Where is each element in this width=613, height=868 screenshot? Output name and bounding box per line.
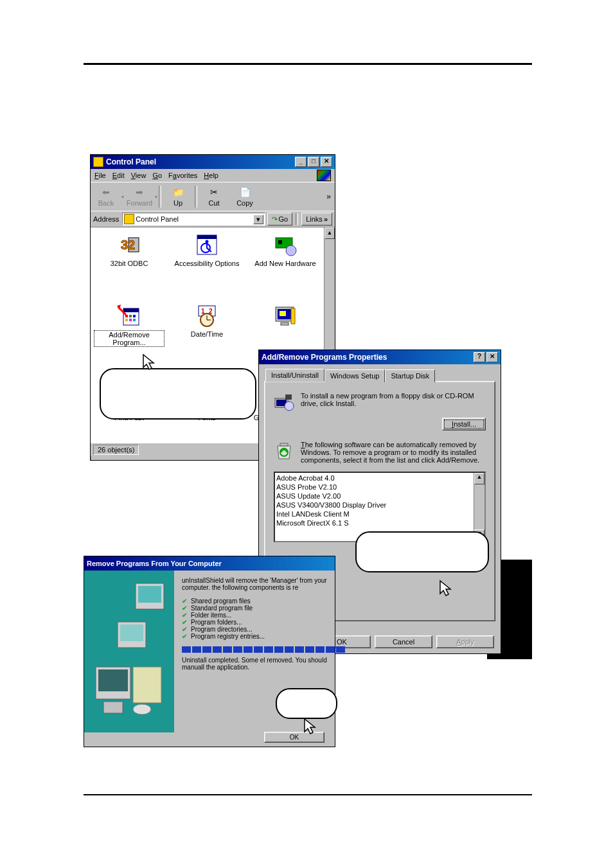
bottom-rule: [84, 794, 532, 795]
menu-view[interactable]: View: [131, 172, 147, 179]
control-panel-icon: [93, 157, 103, 167]
callout-bubble-2: [355, 531, 489, 572]
svg-rect-27: [281, 323, 289, 325]
svg-rect-12: [129, 315, 132, 317]
menu-favorites[interactable]: Favorites: [168, 172, 197, 179]
icon-32bit-odbc[interactable]: 32 32bit ODBC: [94, 234, 164, 267]
minimize-button[interactable]: _: [295, 157, 306, 167]
top-rule: [84, 63, 532, 65]
toolbar: ⬅Back ▾ ➡Forward ▾ 📁Up ✂Cut 📄Copy »: [91, 182, 335, 211]
step: ✔Folder items...: [182, 612, 345, 619]
tab-windows-setup[interactable]: Windows Setup: [324, 369, 385, 382]
svg-point-45: [133, 704, 151, 714]
icon-accessibility[interactable]: Accessibility Options: [172, 234, 242, 267]
close-button[interactable]: ✕: [321, 157, 332, 167]
check-icon: ✔: [182, 612, 187, 619]
copy-icon: 📄: [238, 186, 252, 198]
svg-marker-29: [143, 355, 154, 369]
forward-arrow-icon: ➡: [132, 186, 147, 198]
menu-go[interactable]: Go: [152, 172, 162, 179]
address-label: Address: [93, 215, 120, 223]
cursor-icon: [302, 718, 319, 737]
check-icon: ✔: [182, 626, 187, 633]
copy-button[interactable]: 📄Copy: [229, 186, 260, 207]
uninstall-done: Uninstall completed. Some el removed. Yo…: [182, 657, 345, 671]
menu-file[interactable]: File: [94, 172, 106, 179]
address-bar: Address Control Panel ▾ ↷Go Links »: [91, 211, 335, 227]
list-item[interactable]: Intel LANDesk Client M: [276, 509, 483, 518]
toolbar-expand[interactable]: »: [326, 192, 331, 201]
forward-button[interactable]: ➡Forward: [124, 186, 155, 207]
cut-icon: ✂: [207, 186, 221, 198]
list-item[interactable]: ASUS Update V2.00: [276, 492, 483, 500]
cancel-button[interactable]: Cancel: [375, 635, 432, 648]
help-button[interactable]: ?: [474, 352, 485, 362]
back-arrow-icon: ⬅: [99, 186, 113, 198]
install-button[interactable]: Install...: [442, 418, 486, 430]
svg-rect-3: [197, 235, 217, 239]
up-folder-icon: 📁: [171, 186, 185, 198]
links-button[interactable]: Links »: [301, 213, 332, 226]
icon-label: 32bit ODBC: [111, 260, 148, 267]
tabstrip: Install/Uninstall Windows Setup Startup …: [259, 364, 501, 381]
step: ✔Program folders...: [182, 619, 345, 626]
address-dropdown[interactable]: ▾: [253, 215, 263, 224]
icon-display[interactable]: [250, 305, 321, 330]
ar-close-button[interactable]: ✕: [486, 352, 498, 362]
svg-marker-36: [440, 581, 450, 596]
icon-date-time[interactable]: 12 Date/Time: [172, 305, 242, 338]
svg-rect-44: [103, 702, 123, 713]
list-item[interactable]: Microsoft DirectX 6.1 S: [276, 518, 483, 527]
svg-text:32: 32: [121, 238, 135, 252]
callout-bubble-3: [276, 688, 337, 719]
svg-rect-39: [138, 586, 161, 603]
list-item[interactable]: ASUS Probe V2.10: [276, 483, 483, 492]
un-title: Remove Programs From Your Computer: [87, 560, 222, 567]
menubar: File Edit View Go Favorites Help: [91, 169, 335, 182]
menu-help[interactable]: Help: [204, 172, 218, 179]
apply-button[interactable]: Apply: [436, 635, 494, 648]
step: ✔Program registry entries...: [182, 633, 345, 640]
back-button[interactable]: ⬅Back: [91, 186, 121, 207]
list-scroll-up[interactable]: ▲: [474, 473, 484, 484]
svg-rect-43: [98, 669, 128, 691]
go-button[interactable]: ↷Go: [267, 213, 293, 226]
svg-rect-41: [120, 624, 143, 641]
accessibility-icon: [195, 234, 219, 257]
svg-marker-47: [305, 719, 315, 734]
svg-rect-46: [133, 667, 161, 703]
cut-button[interactable]: ✂Cut: [199, 186, 229, 207]
install-text: To install a new program from a floppy d…: [301, 392, 486, 412]
install-icon: [274, 392, 294, 412]
odbc-icon: 32: [117, 234, 141, 257]
tab-install-uninstall[interactable]: Install/Uninstall: [265, 369, 324, 382]
titlebar[interactable]: Control Panel _ □ ✕: [91, 155, 335, 169]
icon-add-remove-programs[interactable]: Add/Remove Program...: [94, 305, 164, 347]
check-icon: ✔: [182, 633, 187, 640]
address-input[interactable]: Control Panel ▾: [122, 213, 265, 226]
ar-titlebar[interactable]: Add/Remove Programs Properties ? ✕: [259, 350, 501, 364]
list-item[interactable]: Adobe Acrobat 4.0: [276, 474, 483, 483]
maximize-button[interactable]: □: [308, 157, 319, 167]
svg-rect-14: [125, 319, 128, 321]
tab-startup-disk[interactable]: Startup Disk: [385, 369, 435, 382]
un-titlebar[interactable]: Remove Programs From Your Computer: [84, 556, 335, 571]
list-item[interactable]: ASUS V3400/V3800 Display Driver: [276, 500, 483, 509]
up-button[interactable]: 📁Up: [163, 186, 193, 207]
menu-edit[interactable]: Edit: [112, 172, 125, 179]
step: ✔Shared program files: [182, 598, 345, 605]
scroll-up[interactable]: ▲: [324, 227, 335, 239]
check-icon: ✔: [182, 619, 187, 626]
svg-rect-15: [129, 319, 132, 321]
svg-rect-26: [280, 311, 286, 316]
icon-add-hardware[interactable]: Add New Hardware: [250, 234, 321, 267]
callout-bubble-1: [100, 368, 256, 420]
svg-point-7: [286, 245, 296, 256]
icon-label: Add/Remove Program...: [94, 330, 164, 347]
remove-text: The following software can be automatica…: [301, 441, 486, 464]
svg-rect-33: [285, 394, 292, 400]
svg-rect-8: [278, 240, 282, 244]
svg-point-32: [285, 402, 294, 411]
cursor-icon: [141, 353, 157, 373]
check-icon: ✔: [182, 605, 187, 612]
